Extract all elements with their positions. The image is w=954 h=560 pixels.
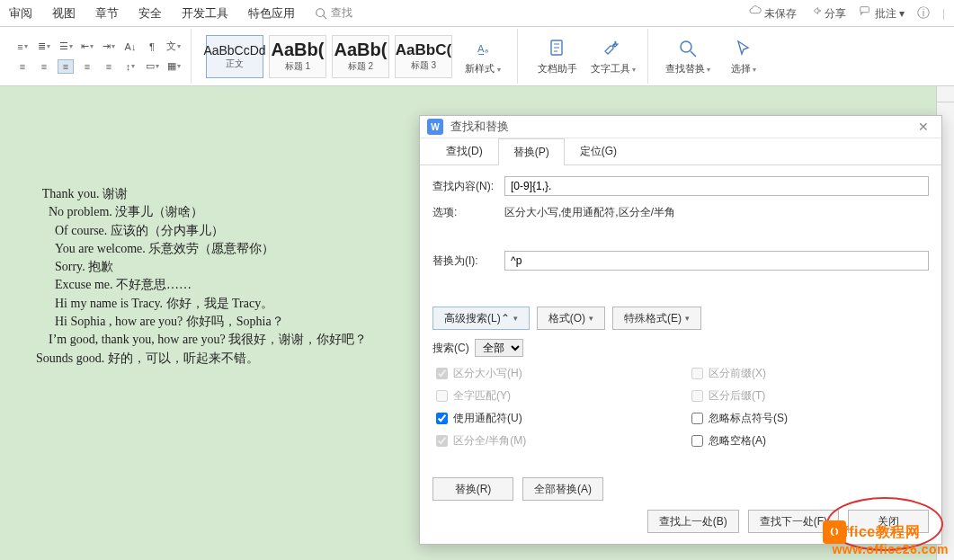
doc-helper-button[interactable]: 文档助手 xyxy=(532,37,583,76)
menu-search[interactable]: 查找 xyxy=(315,5,352,21)
tab-goto[interactable]: 定位(G) xyxy=(565,138,632,164)
dialog-footer-left: 替换(R) 全部替换(A) xyxy=(420,468,941,510)
sort-button[interactable]: A↓ xyxy=(122,40,138,54)
chk-space[interactable]: 忽略空格(A) xyxy=(691,433,929,449)
ribbon-find-group: 查找替换 选择 xyxy=(654,29,778,84)
doc-helper-icon xyxy=(546,37,569,60)
multilevel-button[interactable]: ☰ xyxy=(58,40,74,54)
replace-input[interactable] xyxy=(504,251,929,271)
help-button[interactable]: ⓘ xyxy=(917,5,930,22)
style-name: 标题 3 xyxy=(411,59,436,72)
line-spacing-button[interactable]: ↕ xyxy=(122,59,138,74)
svg-point-4 xyxy=(681,41,691,52)
chk-prefix: 区分前缀(X) xyxy=(691,366,929,381)
style-h1[interactable]: AaBb( 标题 1 xyxy=(269,35,326,78)
find-input[interactable] xyxy=(504,176,929,196)
dialog-tabs: 查找(D) 替换(P) 定位(G) xyxy=(420,138,941,165)
style-sample: AaBb( xyxy=(272,40,325,60)
style-h2[interactable]: AaBb( 标题 2 xyxy=(332,35,389,78)
wps-icon: W xyxy=(427,119,443,135)
wrench-icon xyxy=(602,37,625,60)
ruler-corner xyxy=(936,86,954,102)
style-sample: AaBbCcDd xyxy=(203,43,265,58)
style-h3[interactable]: AaBbC( 标题 3 xyxy=(395,35,452,78)
find-label: 查找内容(N): xyxy=(432,179,495,194)
dialog-titlebar[interactable]: W 查找和替换 ✕ xyxy=(420,116,941,138)
dialog-body: 查找内容(N): 选项: 区分大小写,使用通配符,区分全/半角 替换为(I): … xyxy=(420,165,941,468)
menu-search-label: 查找 xyxy=(331,5,352,21)
find-replace-button[interactable]: 查找替换 xyxy=(663,37,713,76)
find-prev-button[interactable]: 查找上一处(B) xyxy=(647,510,739,533)
menu-chapter[interactable]: 章节 xyxy=(95,5,119,22)
align-right-button[interactable]: ≡ xyxy=(79,59,95,74)
shading-button[interactable]: ▭ xyxy=(144,59,160,74)
close-icon[interactable]: ✕ xyxy=(913,116,934,138)
replace-button[interactable]: 替换(R) xyxy=(432,477,513,501)
svg-line-1 xyxy=(324,15,327,19)
ribbon: ≡ ≣ ☰ ⇤ ⇥ A↓ ¶ 文 ≡ ≡ ≡ ≡ ≡ ↕ ▭ ▦ AaB xyxy=(0,27,954,86)
watermark-icon: O xyxy=(823,520,846,544)
svg-point-0 xyxy=(317,8,325,16)
ribbon-paragraph-group: ≡ ≣ ☰ ⇤ ⇥ A↓ ¶ 文 ≡ ≡ ≡ ≡ ≡ ↕ ▭ ▦ xyxy=(5,29,192,84)
find-replace-dialog: W 查找和替换 ✕ 查找(D) 替换(P) 定位(G) 查找内容(N): 选项:… xyxy=(419,115,942,545)
new-style-icon: A̲ₐ xyxy=(471,37,495,60)
ribbon-styles-group: AaBbCcDd 正文 AaBb( 标题 1 AaBb( 标题 2 AaBbC(… xyxy=(197,29,518,84)
chk-wildcard[interactable]: 使用通配符(U) xyxy=(436,411,673,426)
menu-devtools[interactable]: 开发工具 xyxy=(182,5,228,22)
style-name: 标题 1 xyxy=(285,60,310,73)
align-justify-button[interactable]: ≡ xyxy=(58,59,74,74)
style-name: 标题 2 xyxy=(348,60,373,73)
style-sample: AaBb( xyxy=(334,40,388,60)
style-body[interactable]: AaBbCcDd 正文 xyxy=(206,35,263,78)
share-button[interactable]: 分享 xyxy=(809,4,846,22)
menu-security[interactable]: 安全 xyxy=(138,5,162,22)
replace-all-button[interactable]: 全部替换(A) xyxy=(522,477,603,501)
special-format-button[interactable]: 特殊格式(E) xyxy=(612,307,701,330)
indent-inc-button[interactable]: ⇥ xyxy=(101,40,117,54)
comment-icon xyxy=(859,4,871,17)
menu-special[interactable]: 特色应用 xyxy=(248,5,295,22)
style-name: 正文 xyxy=(226,58,244,70)
menu-review[interactable]: 审阅 xyxy=(9,5,32,22)
chk-punct[interactable]: 忽略标点符号(S) xyxy=(691,411,929,426)
share-icon xyxy=(809,4,822,17)
replace-label: 替换为(I): xyxy=(432,253,495,269)
new-style-button[interactable]: A̲ₐ 新样式 xyxy=(458,37,508,76)
menu-bar: 审阅 视图 章节 安全 开发工具 特色应用 查找 未保存 分享 批注 ▾ ⓘ | xyxy=(0,0,954,27)
search-icon xyxy=(315,7,327,20)
dialog-title: 查找和替换 xyxy=(450,119,509,135)
magnifier-icon xyxy=(676,37,700,60)
bullets-button[interactable]: ≡ xyxy=(14,40,31,54)
cloud-icon xyxy=(749,4,762,17)
annotate-button[interactable]: 批注 ▾ xyxy=(859,4,905,22)
chk-case: 区分大小写(H) xyxy=(436,366,673,381)
show-marks-button[interactable]: ¶ xyxy=(144,40,160,54)
close-button[interactable]: 关闭 xyxy=(848,510,929,533)
search-scope-select[interactable]: 全部 xyxy=(475,339,523,357)
numbering-button[interactable]: ≣ xyxy=(36,40,52,54)
style-sample: AaBbC( xyxy=(396,41,451,59)
menu-view[interactable]: 视图 xyxy=(52,5,76,22)
options-value: 区分大小写,使用通配符,区分全/半角 xyxy=(504,205,675,220)
advanced-search-button[interactable]: 高级搜索(L) ⌃ xyxy=(432,307,530,330)
options-label: 选项: xyxy=(432,205,495,220)
align-left-button[interactable]: ≡ xyxy=(14,59,31,74)
chk-whole: 全字匹配(Y) xyxy=(436,388,673,404)
format-button[interactable]: 格式(O) xyxy=(537,307,605,330)
chk-suffix: 区分后缀(T) xyxy=(691,388,929,404)
align-dist-button[interactable]: ≡ xyxy=(101,59,117,74)
ribbon-tools-group: 文档助手 文字工具 xyxy=(523,29,648,84)
borders-button[interactable]: ▦ xyxy=(165,59,182,74)
text-tools-button[interactable]: 文字工具 xyxy=(588,37,638,76)
chk-width: 区分全/半角(M) xyxy=(436,433,673,449)
align-center-button[interactable]: ≡ xyxy=(36,59,52,74)
tab-replace[interactable]: 替换(P) xyxy=(498,138,565,165)
search-scope-label: 搜索(C) xyxy=(432,341,469,356)
status-unsaved[interactable]: 未保存 xyxy=(749,4,797,22)
tab-find[interactable]: 查找(D) xyxy=(431,138,498,164)
select-button[interactable]: 选择 xyxy=(718,37,769,76)
textdir-button[interactable]: 文 xyxy=(165,40,182,54)
svg-line-5 xyxy=(691,51,696,57)
dialog-footer-right: 查找上一处(B) 查找下一处(F) 关闭 xyxy=(420,510,941,544)
indent-dec-button[interactable]: ⇤ xyxy=(79,40,95,54)
